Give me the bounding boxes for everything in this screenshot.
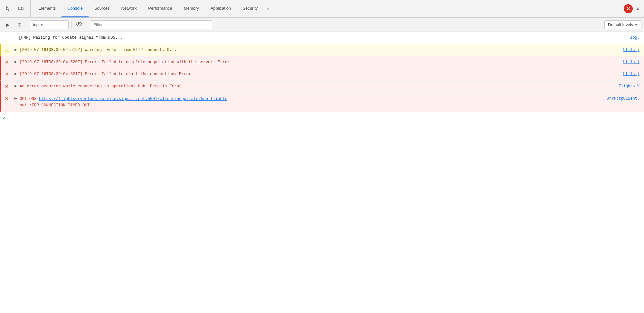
expand-arrow[interactable]: ▶: [13, 82, 19, 88]
console-message: An error occurred while connecting to op…: [19, 82, 615, 91]
context-selector[interactable]: top ▼: [30, 20, 69, 29]
row-type-icon: ✕: [1, 82, 13, 89]
error-icon: ✕: [5, 72, 9, 77]
source-link[interactable]: Utils.j: [620, 45, 644, 54]
clear-icon: ⊘: [17, 22, 22, 28]
row-type-icon: ✕: [1, 58, 13, 65]
toolbar-divider-3: [87, 21, 87, 28]
levels-arrow: ▼: [634, 23, 638, 27]
svg-rect-1: [22, 8, 23, 10]
context-label: top: [33, 22, 39, 27]
device-toggle-button[interactable]: [15, 3, 26, 15]
table-row: ✕ ▶ [2019-07-16T08:39:04.520Z] Error: Fa…: [0, 56, 644, 69]
prompt-chevron: >: [3, 115, 5, 120]
svg-point-2: [78, 23, 80, 25]
tab-overflow-button[interactable]: »: [263, 0, 272, 17]
inspect-element-button[interactable]: [3, 3, 14, 15]
tab-network[interactable]: Network: [116, 0, 143, 17]
toolbar-divider-2: [71, 21, 71, 28]
source-link[interactable]: Utils.j: [620, 70, 644, 78]
console-message: [2019-07-16T08:39:04.519Z] Warning: Erro…: [19, 45, 620, 55]
toolbar-divider-1: [27, 21, 27, 28]
context-arrow: ▼: [40, 23, 43, 27]
cursor-icon: [5, 6, 11, 12]
table-row: ✕ ▶ OPTIONS https://flightserverless.ser…: [0, 93, 644, 112]
console-message: [2019-07-16T08:39:04.521Z] Error: Failed…: [19, 70, 620, 79]
console-message: [2019-07-16T08:39:04.520Z] Error: Failed…: [19, 58, 620, 67]
svg-rect-0: [18, 7, 22, 10]
console-message: [HMR] Waiting for update signal from WDS…: [18, 33, 627, 43]
run-icon: ▶: [6, 22, 10, 28]
device-icon: [18, 6, 24, 12]
tab-elements[interactable]: Elements: [33, 0, 62, 17]
source-link[interactable]: Flights.V: [615, 82, 644, 90]
options-label: OPTIONS: [20, 97, 39, 101]
error-icon: ✕: [5, 96, 9, 101]
close-icon[interactable]: ✕: [624, 4, 633, 13]
expand-arrow[interactable]: ▶: [13, 94, 19, 100]
eye-icon: [76, 22, 82, 28]
error-detail: net::ERR_CONNECTION_TIMED_OUT: [20, 103, 90, 108]
warning-icon: ⚠: [5, 47, 9, 53]
console-input[interactable]: [7, 114, 644, 121]
row-type-icon: ✕: [1, 94, 13, 101]
table-row: ⚠ ▶ [2019-07-16T08:39:04.519Z] Warning: …: [0, 44, 644, 56]
clear-console-button[interactable]: ⊘: [14, 20, 24, 30]
close-count-badge: 4: [634, 6, 641, 11]
expand-arrow[interactable]: ▶: [13, 45, 19, 51]
tab-performance[interactable]: Performance: [142, 0, 178, 17]
tab-application[interactable]: Application: [205, 0, 237, 17]
tab-console[interactable]: Console: [62, 0, 89, 17]
expand-arrow[interactable]: ▶: [13, 70, 19, 75]
levels-label: Default levels: [608, 22, 633, 27]
live-expressions-button[interactable]: [74, 20, 84, 30]
source-link[interactable]: log.: [627, 33, 644, 42]
expand-arrow[interactable]: [12, 33, 18, 35]
row-type-icon: ✕: [1, 70, 13, 77]
tab-security[interactable]: Security: [237, 0, 263, 17]
log-levels-button[interactable]: Default levels ▼: [604, 20, 641, 29]
expand-arrow[interactable]: ▶: [13, 58, 19, 64]
error-icon: ✕: [5, 60, 9, 65]
console-message: OPTIONS https://flightserverless.service…: [19, 94, 604, 110]
row-type-icon: [0, 33, 12, 35]
error-icon: ✕: [5, 84, 9, 89]
devtools-icons: [3, 0, 31, 17]
tab-bar: Elements Console Sources Network Perform…: [0, 0, 644, 18]
console-output: [HMR] Waiting for update signal from WDS…: [0, 32, 644, 313]
tab-sources[interactable]: Sources: [89, 0, 116, 17]
options-url-link[interactable]: https://flightserverless.service.signalr…: [39, 97, 227, 101]
tab-memory[interactable]: Memory: [178, 0, 205, 17]
close-devtools-button[interactable]: ✕: [622, 3, 634, 15]
console-prompt-row: >: [0, 112, 644, 123]
console-toolbar: ▶ ⊘ top ▼ Default levels ▼: [0, 18, 644, 32]
source-link[interactable]: Utils.j: [620, 58, 644, 66]
source-link[interactable]: XhrHttpClient.: [604, 94, 644, 103]
table-row: ✕ ▶ [2019-07-16T08:39:04.521Z] Error: Fa…: [0, 68, 644, 81]
table-row: [HMR] Waiting for update signal from WDS…: [0, 32, 644, 44]
filter-input[interactable]: [90, 20, 212, 29]
table-row: ✕ ▶ An error occurred while connecting t…: [0, 81, 644, 93]
run-script-button[interactable]: ▶: [3, 20, 13, 30]
row-type-icon: ⚠: [1, 45, 13, 53]
